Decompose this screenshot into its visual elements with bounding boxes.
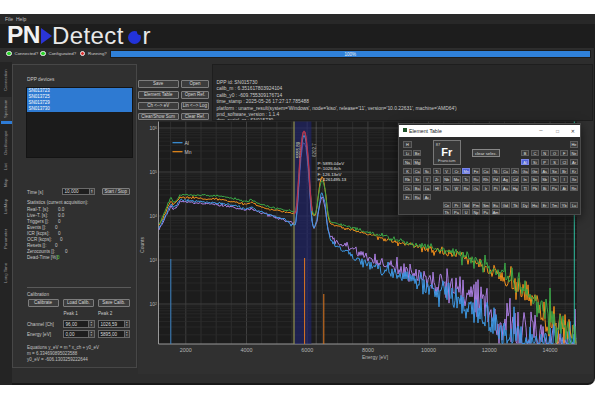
svg-text:12000: 12000 <box>482 347 497 353</box>
svg-text:4000: 4000 <box>241 347 253 353</box>
svg-text:H: 1261495.13: H: 1261495.13 <box>318 177 347 182</box>
svg-text:6000: 6000 <box>301 347 313 353</box>
svg-text:5555.89: 5555.89 <box>296 141 301 158</box>
svg-text:8000: 8000 <box>362 347 374 353</box>
svg-text:6202.7: 6202.7 <box>312 143 317 157</box>
svg-text:Counts: Counts <box>139 237 145 253</box>
svg-text:10000: 10000 <box>421 347 436 353</box>
svg-text:Mn: Mn <box>185 149 192 155</box>
svg-text:2000: 2000 <box>180 347 192 353</box>
svg-text:14000: 14000 <box>543 347 558 353</box>
svg-text:P: 1026.6ch: P: 1026.6ch <box>318 166 342 171</box>
svg-text:F: 126.13eV: F: 126.13eV <box>318 172 342 177</box>
svg-text:P: 5895.04eV: P: 5895.04eV <box>318 161 345 166</box>
svg-text:Al: Al <box>185 140 189 146</box>
svg-text:Energy [eV]: Energy [eV] <box>362 354 389 360</box>
